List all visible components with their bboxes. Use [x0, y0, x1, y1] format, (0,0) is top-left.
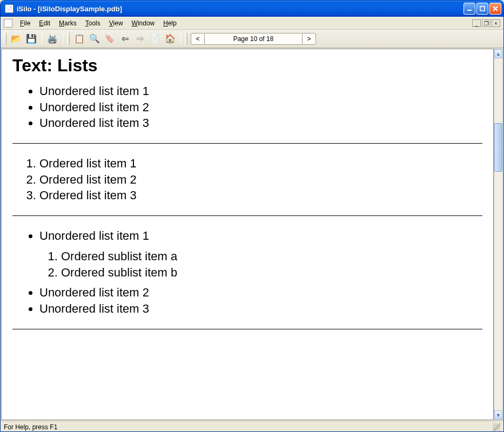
list-item-text: Unordered list item 1 — [39, 229, 149, 242]
menu-view-label: iew — [113, 19, 123, 27]
mdi-close-button[interactable]: × — [492, 19, 500, 27]
back-button[interactable]: ⇦ — [118, 32, 131, 45]
app-icon: 📄 — [5, 4, 14, 13]
home-button[interactable]: 🏠 — [164, 32, 177, 45]
list-item: Unordered list item 3 — [39, 301, 482, 317]
menu-view[interactable]: View — [105, 18, 127, 28]
menu-marks[interactable]: Marks — [55, 18, 81, 28]
chevron-right-icon: > — [307, 35, 311, 43]
toolbar-separator — [180, 33, 181, 45]
toolbar-grip[interactable] — [4, 33, 6, 45]
find-icon: 🔍 — [89, 33, 100, 44]
document-icon[interactable] — [4, 19, 12, 28]
list-item: Unordered list item 1 Ordered sublist it… — [39, 228, 482, 280]
forward-arrow-icon: ⇨ — [137, 33, 144, 44]
toolbar-grip[interactable] — [67, 33, 70, 45]
divider — [12, 215, 482, 216]
scroll-track[interactable] — [494, 58, 502, 410]
scroll-up-button[interactable]: ▲ — [494, 49, 502, 58]
resize-grip[interactable] — [493, 423, 500, 431]
open-button[interactable]: 📂 — [10, 32, 23, 45]
save-button[interactable]: 💾 — [25, 32, 38, 45]
list-item: Unordered list item 2 — [39, 99, 482, 116]
menu-tools[interactable]: Tools — [81, 18, 105, 28]
svg-rect-1 — [480, 6, 485, 11]
bookmark-icon: 🔖 — [104, 33, 115, 44]
menu-file[interactable]: File — [16, 18, 35, 28]
vertical-scrollbar[interactable]: ▲ ▼ — [494, 49, 503, 420]
status-text: For Help, press F1 — [4, 423, 57, 431]
open-icon: 📂 — [11, 33, 22, 44]
chevron-up-icon: ▲ — [496, 51, 501, 57]
title-bar: 📄 iSilo - [iSiloDisplaySample.pdb] — [1, 1, 503, 17]
list-item: Ordered list item 2 — [39, 172, 482, 188]
maximize-button[interactable] — [476, 3, 488, 15]
list-item: Unordered list item 1 — [39, 83, 482, 99]
list-item: Unordered list item 2 — [39, 285, 482, 301]
menu-marks-label: arks — [64, 19, 77, 27]
menu-bar: File Edit Marks Tools View Window Help _… — [1, 17, 503, 30]
close-button[interactable] — [489, 3, 501, 15]
menu-edit-label: dit — [43, 19, 50, 27]
unordered-list-1: Unordered list item 1 Unordered list ite… — [29, 83, 482, 131]
scroll-down-button[interactable]: ▼ — [494, 410, 502, 420]
menu-window[interactable]: Window — [127, 18, 159, 28]
minimize-button[interactable] — [463, 3, 475, 15]
copy-button[interactable]: 📋 — [73, 32, 86, 45]
svg-rect-0 — [467, 10, 472, 11]
chevron-left-icon: < — [196, 35, 199, 43]
menu-tools-label: ools — [89, 19, 100, 27]
toolbar-grip[interactable] — [185, 33, 187, 45]
toolbar-separator — [63, 33, 63, 45]
ordered-sublist: Ordered sublist item a Ordered sublist i… — [50, 248, 482, 280]
divider — [12, 329, 482, 329]
chevron-down-icon: ▼ — [496, 413, 501, 418]
next-page-button[interactable]: > — [302, 33, 316, 45]
mdi-restore-button[interactable]: ❐ — [482, 19, 490, 27]
status-bar: For Help, press F1 — [1, 421, 503, 432]
prev-page-button[interactable]: < — [191, 33, 205, 45]
back-arrow-icon: ⇦ — [122, 33, 129, 44]
bookmark-button: 🔖 — [103, 32, 116, 45]
scroll-thumb[interactable] — [494, 123, 502, 172]
mdi-minimize-button[interactable]: _ — [472, 19, 481, 27]
home-icon: 🏠 — [165, 33, 176, 44]
menu-edit[interactable]: Edit — [35, 18, 55, 28]
copy-icon: 📋 — [74, 33, 85, 44]
menu-help[interactable]: Help — [159, 18, 181, 28]
forward-button: ⇨ — [133, 32, 146, 45]
list-item: Ordered list item 1 — [39, 156, 482, 172]
menu-help-label: elp — [168, 19, 177, 27]
list-item: Ordered sublist item a — [61, 248, 482, 265]
save-icon: 💾 — [26, 33, 37, 44]
toolbar-separator — [42, 33, 42, 45]
print-button[interactable]: 🖨️ — [46, 32, 59, 45]
toolbar: 📂 💾 🖨️ 📋 🔍 🔖 ⇦ ⇨ 📄 🏠 < Page 10 of 18 > — [1, 30, 503, 48]
divider — [12, 143, 482, 144]
list-item: Ordered sublist item b — [61, 265, 482, 281]
page-heading: Text: Lists — [12, 56, 482, 76]
list-item: Ordered list item 3 — [39, 187, 482, 204]
page-icon: 📄 — [150, 33, 160, 44]
find-button[interactable]: 🔍 — [88, 32, 101, 45]
nested-list: Unordered list item 1 Ordered sublist it… — [29, 228, 482, 316]
menu-window-label: indow — [138, 19, 154, 27]
window-title: iSilo - [iSiloDisplaySample.pdb] — [17, 5, 463, 13]
ordered-list-1: Ordered list item 1 Ordered list item 2 … — [29, 156, 482, 204]
menu-file-label: ile — [24, 19, 30, 27]
document-view[interactable]: Text: Lists Unordered list item 1 Unorde… — [1, 49, 494, 420]
page-button: 📄 — [149, 32, 162, 45]
list-item: Unordered list item 3 — [39, 115, 482, 131]
page-indicator[interactable]: Page 10 of 18 — [205, 33, 302, 45]
print-icon: 🖨️ — [47, 33, 58, 44]
